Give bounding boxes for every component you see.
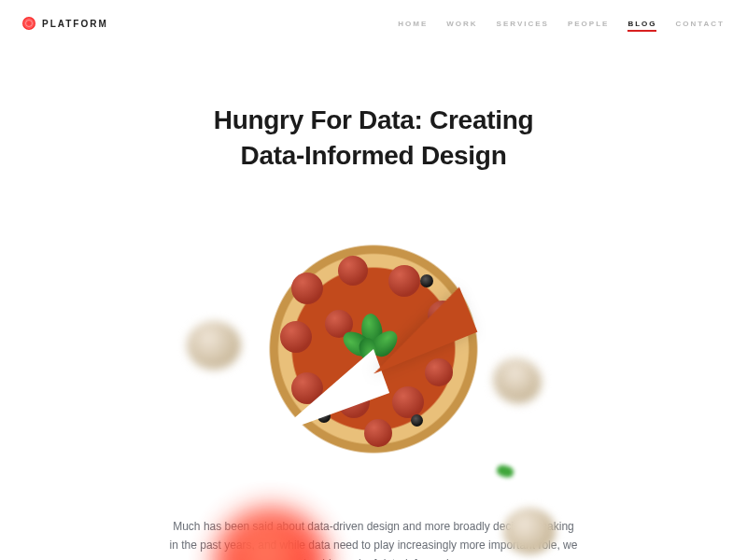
brand-name: PLATFORM bbox=[42, 19, 108, 29]
page-title: Hungry For Data: Creating Data-Informed … bbox=[0, 103, 747, 174]
nav-blog[interactable]: BLOG bbox=[627, 20, 656, 28]
nav-work[interactable]: WORK bbox=[446, 20, 477, 28]
title-line-2: Data-Informed Design bbox=[241, 141, 507, 170]
nav-contact[interactable]: CONTACT bbox=[675, 20, 725, 28]
nav-home[interactable]: HOME bbox=[398, 20, 428, 28]
mushroom-icon bbox=[486, 351, 547, 410]
site-header: PLATFORM HOME WORK SERVICES PEOPLE BLOG … bbox=[0, 0, 747, 47]
logo-icon bbox=[22, 17, 35, 30]
tomato-icon bbox=[215, 508, 327, 560]
herb-icon bbox=[496, 463, 514, 478]
title-line-1: Hungry For Data: Creating bbox=[214, 105, 534, 134]
nav-services[interactable]: SERVICES bbox=[497, 20, 549, 28]
primary-nav: HOME WORK SERVICES PEOPLE BLOG CONTACT bbox=[398, 20, 725, 28]
brand[interactable]: PLATFORM bbox=[22, 17, 108, 30]
mushroom-icon bbox=[503, 508, 556, 554]
hero-image bbox=[140, 190, 607, 508]
article: Hungry For Data: Creating Data-Informed … bbox=[0, 47, 747, 560]
nav-people[interactable]: PEOPLE bbox=[568, 20, 609, 28]
mushroom-icon bbox=[187, 321, 241, 370]
